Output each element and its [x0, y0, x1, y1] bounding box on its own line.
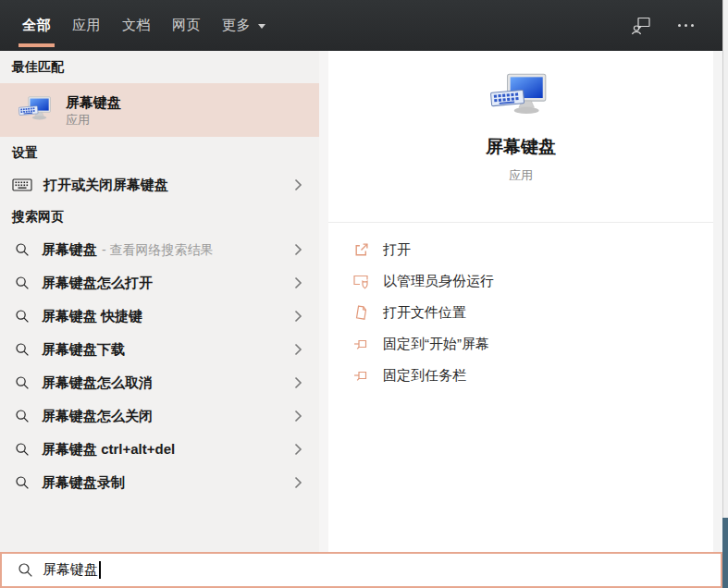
pin-to-start-icon [352, 337, 370, 351]
windows-search-flyout: 全部 应用 文档 网页 更多 最佳匹配 [0, 0, 728, 588]
action-label: 固定到任务栏 [383, 367, 466, 385]
suggestion-text: 屏幕键盘 快捷键 [42, 308, 142, 324]
open-icon [352, 242, 370, 258]
text-caret [99, 561, 101, 579]
search-icon [14, 242, 31, 257]
tab-more[interactable]: 更多 [216, 0, 272, 51]
tab-apps[interactable]: 应用 [66, 0, 107, 51]
search-icon [14, 375, 31, 390]
result-detail-panel: 屏幕键盘 应用 打开 [328, 51, 713, 552]
suggestion-text: 屏幕键盘 [42, 241, 97, 257]
tab-web-label: 网页 [172, 17, 201, 34]
suggestion-text: 屏幕键盘录制 [42, 474, 125, 490]
search-input[interactable]: 屏幕键盘 [0, 552, 722, 588]
chevron-right-icon[interactable] [294, 376, 302, 389]
action-label: 以管理员身份运行 [383, 273, 494, 290]
settings-result-label: 打开或关闭屏幕键盘 [43, 177, 168, 194]
action-label: 固定到“开始”屏幕 [383, 336, 489, 353]
best-match-section-header: 最佳匹配 [0, 51, 319, 83]
settings-result-row[interactable]: 打开或关闭屏幕键盘 [0, 169, 319, 201]
tab-all-label: 全部 [22, 17, 51, 34]
chevron-right-icon[interactable] [294, 443, 302, 456]
header-right-icons [630, 15, 697, 37]
suggestion-text: 屏幕键盘怎么关闭 [42, 408, 153, 423]
suggestion-text: 屏幕键盘怎么打开 [42, 275, 153, 290]
action-label: 打开文件位置 [383, 304, 466, 322]
web-suggestion-row[interactable]: 屏幕键盘下载 [0, 333, 319, 366]
web-suggestion-row[interactable]: 屏幕键盘 ctrl+alt+del [0, 433, 319, 466]
tab-documents-label: 文档 [122, 17, 151, 34]
on-screen-keyboard-app-icon [19, 95, 54, 125]
action-open-file-location[interactable]: 打开文件位置 [328, 297, 713, 328]
search-icon [14, 409, 31, 423]
tab-web[interactable]: 网页 [166, 0, 207, 51]
app-type-label: 应用 [509, 167, 533, 184]
best-match-subtitle: 应用 [66, 112, 121, 128]
search-icon [18, 562, 33, 578]
search-icon [14, 309, 31, 324]
results-list-panel: 最佳匹配 [0, 51, 319, 552]
search-icon [14, 276, 31, 290]
chevron-right-icon[interactable] [294, 410, 302, 423]
open-file-location-icon [352, 305, 370, 321]
settings-section-header: 设置 [0, 137, 319, 169]
suggestion-suffix: - 查看网络搜索结果 [102, 242, 214, 257]
web-search-section-header: 搜索网页 [0, 201, 319, 233]
action-open[interactable]: 打开 [328, 234, 713, 265]
suggestion-text: 屏幕键盘下载 [42, 341, 125, 357]
action-pin-to-start[interactable]: 固定到“开始”屏幕 [328, 328, 713, 360]
web-suggestion-row[interactable]: 屏幕键盘 快捷键 [0, 300, 319, 333]
suggestion-text: 屏幕键盘怎么取消 [42, 374, 153, 390]
search-icon [14, 475, 31, 490]
best-match-title: 屏幕键盘 [66, 93, 121, 111]
web-suggestion-row[interactable]: 屏幕键盘怎么取消 [0, 366, 319, 399]
chevron-right-icon[interactable] [294, 343, 302, 356]
app-actions: 打开 以管理员身份运行 [328, 223, 713, 391]
on-screen-keyboard-app-icon-large [490, 71, 551, 123]
search-icon [14, 442, 31, 457]
web-suggestion-row[interactable]: 屏幕键盘录制 [0, 466, 319, 499]
tab-all[interactable]: 全部 [16, 0, 57, 51]
panel-gutter [319, 51, 328, 552]
search-icon [14, 342, 31, 357]
chevron-down-icon [258, 24, 265, 29]
more-options-icon[interactable] [674, 15, 697, 37]
tab-more-label: 更多 [222, 17, 251, 34]
action-pin-to-taskbar[interactable]: 固定到任务栏 [328, 360, 713, 391]
action-run-as-admin[interactable]: 以管理员身份运行 [328, 265, 713, 297]
web-suggestion-row[interactable]: 屏幕键盘- 查看网络搜索结果 [0, 233, 319, 266]
window-edge [722, 0, 723, 588]
search-filter-tabs: 全部 应用 文档 网页 更多 [16, 0, 272, 51]
best-match-result[interactable]: 屏幕键盘 应用 [0, 83, 319, 137]
tab-apps-label: 应用 [72, 17, 101, 34]
run-as-admin-icon [352, 273, 370, 289]
web-suggestion-row[interactable]: 屏幕键盘怎么关闭 [0, 399, 319, 433]
chevron-right-icon[interactable] [294, 310, 302, 323]
search-header: 全部 应用 文档 网页 更多 [0, 0, 722, 51]
pin-to-taskbar-icon [352, 368, 370, 383]
account-feedback-icon[interactable] [630, 15, 652, 37]
chevron-right-icon[interactable] [294, 243, 302, 256]
app-hero: 屏幕键盘 应用 [328, 51, 713, 222]
chevron-right-icon[interactable] [294, 476, 302, 489]
tab-documents[interactable]: 文档 [116, 0, 157, 51]
suggestion-text: 屏幕键盘 ctrl+alt+del [42, 441, 175, 457]
scrollbar-track[interactable] [713, 51, 722, 552]
app-title: 屏幕键盘 [486, 135, 556, 159]
action-label: 打开 [383, 241, 411, 259]
web-suggestion-row[interactable]: 屏幕键盘怎么打开 [0, 266, 319, 300]
chevron-right-icon[interactable] [294, 276, 302, 289]
search-query-text: 屏幕键盘 [43, 561, 98, 579]
chevron-right-icon[interactable] [294, 178, 302, 191]
desktop-teal-corner [722, 518, 728, 588]
keyboard-icon [12, 178, 32, 192]
